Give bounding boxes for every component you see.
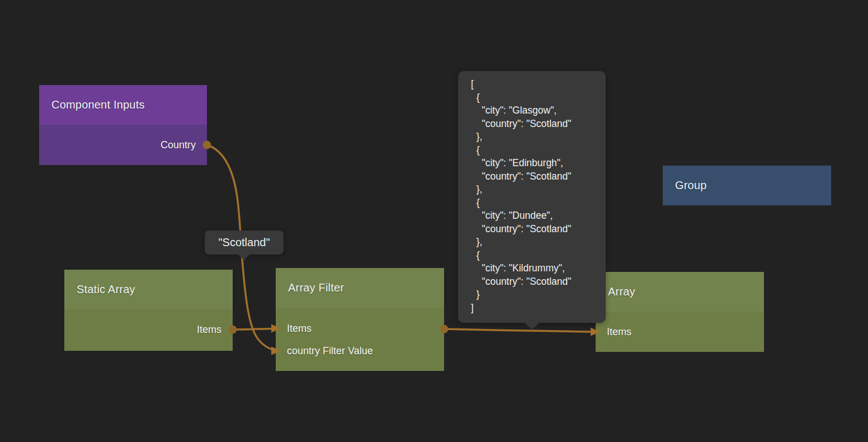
input-port-label: country Filter Value (287, 345, 373, 357)
input-port-items[interactable]: Items (276, 317, 444, 340)
wire-value-text: "Scotland" (218, 236, 270, 249)
tooltip-caret (524, 322, 540, 330)
output-port-items[interactable]: Items (64, 318, 233, 341)
node-array-filter[interactable]: Array Filter Items country Filter Value (276, 268, 444, 371)
data-preview-tooltip: [ { "city": "Glasgow", "country": "Scotl… (458, 71, 606, 323)
output-port-label: Country (161, 139, 196, 151)
node-static-array[interactable]: Static Array Items (64, 270, 233, 351)
node-header: Static Array (64, 270, 233, 309)
node-title: Array (608, 285, 635, 298)
node-header: Group (663, 166, 831, 205)
node-component-inputs[interactable]: Component Inputs Country (39, 85, 207, 165)
wire-items-to-filter[interactable] (233, 329, 271, 330)
node-body: Items (596, 312, 764, 352)
node-header: Component Inputs (39, 85, 207, 125)
node-header: Array (596, 272, 764, 312)
node-graph-canvas[interactable]: Component Inputs Country Static Array It… (0, 0, 868, 442)
node-title: Static Array (77, 283, 135, 296)
node-header: Array Filter (276, 268, 444, 308)
connections-layer (0, 0, 868, 442)
wire-filter-to-array[interactable] (444, 329, 591, 332)
node-title: Component Inputs (51, 98, 145, 111)
node-title: Array Filter (288, 281, 344, 294)
input-port-label: Items (607, 326, 631, 338)
node-body: Items (64, 309, 233, 351)
tooltip-caret (238, 254, 250, 260)
output-port-country[interactable]: Country (39, 134, 207, 156)
node-title: Group (675, 179, 707, 192)
output-port-label: Items (197, 324, 221, 336)
node-array[interactable]: Array Items (596, 272, 764, 352)
input-port-items[interactable]: Items (596, 321, 764, 343)
node-body: Country (39, 125, 207, 165)
input-port-country-filter-value[interactable]: country Filter Value (276, 340, 444, 362)
input-port-label: Items (287, 323, 312, 335)
wire-value-tooltip: "Scotland" (205, 231, 284, 255)
data-preview-text: [ { "city": "Glasgow", "country": "Scotl… (471, 78, 606, 314)
node-body: Items country Filter Value (276, 308, 444, 371)
node-group[interactable]: Group (663, 166, 831, 205)
